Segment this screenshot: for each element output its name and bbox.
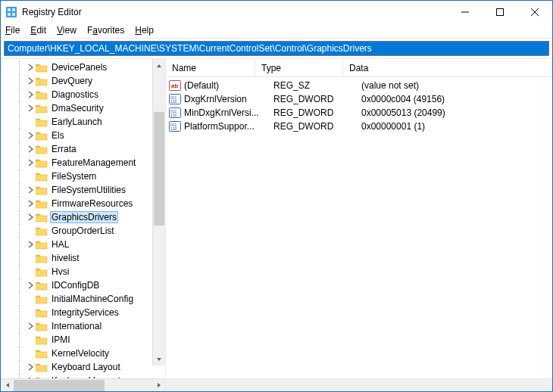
tree-horizontal-scrollbar[interactable]	[1, 378, 165, 391]
values-list[interactable]: (Default)REG_SZ(value not set)DxgKrnlVer…	[166, 77, 552, 378]
tree-item[interactable]: Hvsi	[1, 265, 165, 278]
tree-item[interactable]: EarlyLaunch	[1, 115, 165, 129]
scroll-right-button[interactable]	[152, 379, 165, 392]
folder-icon	[36, 321, 48, 331]
tree-item[interactable]: DmaSecurity	[1, 101, 165, 115]
folder-icon	[36, 89, 48, 100]
menu-file[interactable]: File	[5, 25, 20, 36]
tree-item-label: FeatureManagement	[50, 157, 137, 168]
tree-item[interactable]: hivelist	[1, 251, 165, 265]
folder-icon	[36, 212, 48, 222]
expand-arrow-icon[interactable]	[25, 62, 36, 73]
expand-arrow-icon[interactable]	[25, 103, 36, 114]
tree-item[interactable]: Els	[1, 129, 165, 142]
tree-item[interactable]: IPMI	[1, 333, 165, 347]
tree-item[interactable]: FeatureManagement	[1, 156, 165, 170]
scroll-thumb[interactable]	[154, 112, 164, 226]
expand-arrow-icon[interactable]	[25, 130, 36, 141]
tree-vertical-scrollbar[interactable]	[152, 59, 165, 366]
no-arrow	[25, 253, 36, 263]
value-data: (value not set)	[358, 80, 552, 91]
hscroll-thumb[interactable]	[14, 380, 105, 391]
menu-edit[interactable]: Edit	[30, 25, 46, 36]
tree-item-label: Els	[50, 130, 66, 141]
value-name: DxgKrnlVersion	[184, 94, 270, 104]
registry-editor-window: Registry Editor File Edit View Favorites…	[0, 0, 553, 392]
tree-item-label: DevQuery	[50, 76, 94, 86]
menu-view[interactable]: View	[57, 25, 77, 36]
folder-icon	[36, 144, 48, 154]
column-header-type[interactable]: Type	[255, 59, 343, 76]
column-header-data[interactable]: Data	[343, 59, 552, 76]
close-button[interactable]	[517, 1, 552, 23]
tree-item[interactable]: FirmwareResources	[1, 197, 165, 210]
tree-item[interactable]: IntegrityServices	[1, 306, 165, 319]
tree-view[interactable]: DevicePanelsDevQueryDiagnosticsDmaSecuri…	[1, 59, 165, 378]
minimize-button[interactable]	[448, 1, 483, 23]
tree-item[interactable]: IDConfigDB	[1, 278, 165, 292]
tree-item[interactable]: Errata	[1, 142, 165, 156]
tree-item[interactable]: KernelVelocity	[1, 347, 165, 360]
expand-arrow-icon[interactable]	[25, 185, 36, 195]
tree-item[interactable]: Keyboard Layout	[1, 360, 165, 374]
expand-arrow-icon[interactable]	[25, 212, 36, 222]
folder-icon	[36, 294, 48, 304]
folder-icon	[36, 157, 48, 168]
tree-item[interactable]: Diagnostics	[1, 88, 165, 101]
tree-item-label: FileSystemUtilities	[50, 185, 127, 195]
value-type: REG_DWORD	[270, 94, 358, 104]
no-arrow	[25, 266, 36, 277]
tree-item-label: Hvsi	[50, 266, 70, 277]
tree-item[interactable]: GroupOrderList	[1, 224, 165, 238]
folder-icon	[36, 62, 48, 73]
value-row[interactable]: PlatformSuppor...REG_DWORD0x00000001 (1)	[166, 120, 552, 133]
no-arrow	[25, 307, 36, 318]
tree-item[interactable]: HAL	[1, 238, 165, 251]
expand-arrow-icon[interactable]	[25, 157, 36, 168]
titlebar[interactable]: Registry Editor	[1, 1, 552, 23]
folder-icon	[36, 253, 48, 263]
expand-arrow-icon[interactable]	[25, 362, 36, 372]
menu-favorites[interactable]: Favorites	[87, 25, 124, 36]
body: DevicePanelsDevQueryDiagnosticsDmaSecuri…	[1, 58, 552, 391]
tree-item[interactable]: FileSystem	[1, 170, 165, 183]
value-data: 0x0000c004 (49156)	[358, 94, 552, 104]
column-header-name[interactable]: Name	[166, 59, 255, 76]
tree-item[interactable]: FileSystemUtilities	[1, 183, 165, 197]
expand-arrow-icon[interactable]	[25, 239, 36, 250]
folder-icon	[36, 226, 48, 236]
expand-arrow-icon[interactable]	[25, 144, 36, 154]
value-row[interactable]: (Default)REG_SZ(value not set)	[166, 79, 552, 92]
folder-icon	[36, 307, 48, 318]
menu-help[interactable]: Help	[135, 25, 154, 36]
no-arrow	[25, 348, 36, 359]
svg-rect-6	[497, 9, 504, 16]
tree-item-label: FirmwareResources	[50, 198, 134, 209]
address-bar[interactable]: Computer\HKEY_LOCAL_MACHINE\SYSTEM\Curre…	[4, 41, 549, 56]
tree-item[interactable]: InitialMachineConfig	[1, 292, 165, 306]
expand-arrow-icon[interactable]	[25, 198, 36, 209]
value-row[interactable]: DxgKrnlVersionREG_DWORD0x0000c004 (49156…	[166, 92, 552, 106]
expand-arrow-icon[interactable]	[25, 89, 36, 100]
folder-icon	[36, 185, 48, 195]
tree-item-label: DevicePanels	[50, 62, 108, 73]
expand-arrow-icon[interactable]	[25, 76, 36, 86]
folder-icon	[36, 171, 48, 182]
tree-item[interactable]: International	[1, 319, 165, 333]
value-type: REG_SZ	[270, 80, 358, 91]
tree-item-label: International	[50, 321, 103, 331]
maximize-button[interactable]	[483, 1, 517, 23]
folder-icon	[36, 239, 48, 250]
scroll-down-button[interactable]	[153, 353, 165, 366]
tree-item[interactable]: GraphicsDrivers	[1, 210, 165, 224]
folder-icon	[36, 103, 48, 114]
scroll-up-button[interactable]	[153, 59, 165, 72]
value-row[interactable]: MinDxgKrnlVersi...REG_DWORD0x00005013 (2…	[166, 106, 552, 120]
expand-arrow-icon[interactable]	[25, 280, 36, 291]
tree-item-label: GroupOrderList	[50, 226, 116, 236]
tree-item[interactable]: DevQuery	[1, 74, 165, 88]
scroll-left-button[interactable]	[1, 379, 14, 392]
tree-item[interactable]: DevicePanels	[1, 61, 165, 74]
value-name: MinDxgKrnlVersi...	[184, 107, 270, 118]
expand-arrow-icon[interactable]	[25, 321, 36, 331]
